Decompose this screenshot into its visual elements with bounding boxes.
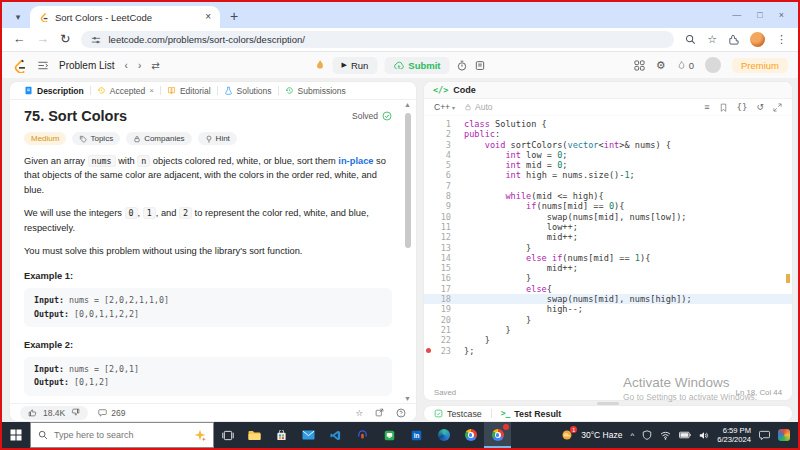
security-shield-icon[interactable] [642,430,652,440]
chrome-button[interactable] [457,422,484,448]
code-line-12[interactable]: 12 mid++; [424,232,792,242]
browser-profile-avatar[interactable] [750,32,765,47]
next-problem-icon[interactable]: › [138,60,141,71]
code-line-10[interactable]: 10 swap(nums[mid], nums[low]); [424,212,792,222]
fullscreen-icon[interactable] [773,103,782,112]
code-line-3[interactable]: 3 void sortColors(vector<int>& nums) { [424,140,792,150]
code-line-18[interactable]: 18 swap(nums[mid], nums[high]); [424,294,792,304]
scroll-up-icon[interactable]: ▲ [404,101,411,108]
chrome-active-window-button[interactable] [484,422,511,448]
screen-share-app-button[interactable] [376,422,403,448]
window-maximize-button[interactable]: □ [757,10,762,20]
code-editor[interactable]: 1class Solution {2public:3 void sortColo… [424,116,792,385]
code-line-9[interactable]: 9 if(nums[mid] == 0){ [424,201,792,211]
linkedin-button[interactable]: in [403,422,430,448]
submit-button[interactable]: Submit [384,57,449,74]
edge-button[interactable] [430,422,457,448]
code-line-15[interactable]: 15 mid++; [424,263,792,273]
companies-chip[interactable]: Companies [126,132,191,145]
topics-chip[interactable]: Topics [72,132,120,145]
code-line-2[interactable]: 2public: [424,129,792,139]
tab-accepted-close-icon[interactable]: × [149,86,154,95]
daily-fire-icon[interactable] [314,59,325,71]
timer-icon[interactable] [457,60,468,71]
extensions-icon[interactable] [728,34,739,45]
browser-tab[interactable]: Sort Colors - LeetCode × [30,6,220,28]
reset-code-icon[interactable]: ↺ [756,102,764,112]
tab-solutions[interactable]: Solutions [218,86,278,96]
favorite-star-icon[interactable]: ☆ [355,408,363,418]
premium-button[interactable]: Premium [732,58,788,73]
leetcode-logo[interactable] [12,58,27,73]
help-icon[interactable] [396,408,406,418]
tab-description[interactable]: Description [18,86,90,96]
battery-icon[interactable] [679,431,691,439]
inline-link[interactable]: in-place [338,156,373,166]
scroll-down-icon[interactable]: ▼ [404,395,411,402]
description-scrollbar[interactable]: ▲ ▼ [403,100,413,403]
window-close-button[interactable]: × [779,10,784,20]
settings-gear-icon[interactable]: ⚙ [656,59,666,72]
share-icon[interactable] [375,408,384,417]
start-button[interactable] [2,422,30,448]
tray-color-app-icon[interactable] [778,429,790,441]
layout-grid-icon[interactable] [634,60,645,71]
reload-icon[interactable]: ↻ [60,33,70,46]
file-explorer-button[interactable] [241,422,268,448]
code-line-13[interactable]: 13 } [424,243,792,253]
scrollbar-thumb[interactable] [405,113,411,248]
format-lines-icon[interactable]: ≡ [704,102,709,112]
streak-counter[interactable]: 0 [677,60,694,71]
mail-button[interactable] [295,422,322,448]
task-view-button[interactable] [214,422,241,448]
auto-toggle[interactable]: Auto [464,102,493,112]
code-line-1[interactable]: 1class Solution { [424,119,792,129]
browser-menu-kebab-icon[interactable]: ⋮ [776,33,787,46]
difficulty-badge[interactable]: Medium [24,132,66,145]
code-line-20[interactable]: 20 } [424,315,792,325]
audacity-button[interactable] [349,422,376,448]
language-select[interactable]: C++ ▾ [434,102,455,112]
code-line-22[interactable]: 22 } [424,335,792,345]
volume-icon[interactable] [699,431,709,440]
tab-accepted[interactable]: Accepted × [91,86,160,96]
breakpoint-dot[interactable] [426,348,431,353]
code-line-7[interactable]: 7 [424,181,792,191]
window-minimize-button[interactable]: — [732,10,741,20]
notes-icon[interactable] [475,60,486,71]
wifi-icon[interactable] [660,431,671,440]
testcase-tab[interactable]: Testcase [434,409,482,419]
weather-widget[interactable]: 1 [561,429,573,441]
tray-chevron-up-icon[interactable]: ^ [630,431,634,440]
back-icon[interactable]: ← [13,33,26,46]
code-line-11[interactable]: 11 low++; [424,222,792,232]
bookmark-icon[interactable] [719,103,728,112]
code-line-6[interactable]: 6 int high = nums.size()-1; [424,170,792,180]
new-tab-button[interactable]: + [230,9,238,23]
shuffle-icon[interactable]: ⇄ [151,60,159,71]
code-line-17[interactable]: 17 else{ [424,284,792,294]
prev-problem-icon[interactable]: ‹ [125,60,128,71]
code-line-14[interactable]: 14 else if(nums[mid] == 1){ [424,253,792,263]
run-button[interactable]: ▶ Run [332,57,377,74]
copilot-sparkle-icon[interactable] [194,429,206,441]
taskbar-clock[interactable]: 6:59 PM 6/23/2024 [717,426,751,445]
problem-list-link[interactable]: Problem List [59,60,115,71]
code-line-19[interactable]: 19 high--; [424,304,792,314]
tab-editorial[interactable]: Editorial [161,86,217,96]
comments-button[interactable]: 269 [98,408,125,418]
code-line-16[interactable]: 16 } [424,273,792,283]
code-line-4[interactable]: 4 int low = 0; [424,150,792,160]
braces-icon[interactable]: {} [737,102,748,112]
weather-text[interactable]: 30°C Haze [581,430,622,440]
tab-submissions[interactable]: Submissions [279,86,352,96]
code-line-23[interactable]: 23}; [424,346,792,356]
code-line-5[interactable]: 5 int mid = 0; [424,160,792,170]
tab-close-icon[interactable]: × [205,12,211,22]
code-line-8[interactable]: 8 while(mid <= high){ [424,191,792,201]
taskbar-search[interactable] [30,422,214,448]
microsoft-store-button[interactable] [268,422,295,448]
search-input[interactable] [54,430,188,440]
zoom-icon[interactable] [685,34,696,45]
code-line-21[interactable]: 21 } [424,325,792,335]
